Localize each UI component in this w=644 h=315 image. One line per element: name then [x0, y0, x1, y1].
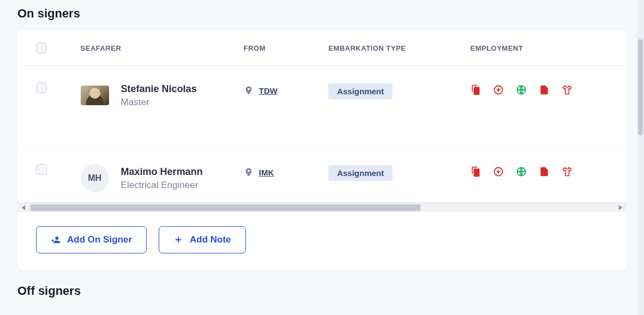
on-signers-card: SEAFARER FROM EMBARKATION TYPE EMPLOYMEN… — [17, 31, 627, 270]
globe-icon[interactable] — [516, 84, 527, 95]
embarkation-badge: Assignment — [328, 165, 393, 181]
documents-icon[interactable] — [470, 84, 481, 95]
seafarer-rank: Master — [121, 96, 197, 109]
seafarer-name: Maximo Hermann — [121, 165, 203, 179]
medical-icon[interactable] — [493, 166, 504, 177]
vertical-scroll-thumb[interactable] — [638, 39, 643, 135]
location-pin-icon — [244, 84, 254, 96]
shirt-icon[interactable] — [562, 84, 573, 95]
add-on-signer-label: Add On Signer — [67, 234, 132, 245]
table-row: MH Maximo Hermann Electrical Engineer IM… — [17, 148, 627, 203]
col-header-from: FROM — [244, 44, 328, 52]
avatar: MH — [81, 164, 109, 192]
seafarer-name: Stefanie Nicolas — [121, 82, 197, 96]
documents-icon[interactable] — [470, 166, 481, 177]
col-header-embark: EMBARKATION TYPE — [328, 44, 470, 52]
select-all-checkbox[interactable] — [36, 43, 47, 53]
col-header-employment: EMPLOYMENT — [470, 44, 608, 52]
table-row: Stefanie Nicolas Master TDW Assignment — [17, 66, 627, 148]
person-add-icon — [51, 235, 61, 245]
from-link[interactable]: TDW — [259, 86, 278, 95]
scroll-thumb[interactable] — [31, 204, 420, 211]
file-icon[interactable] — [539, 84, 550, 95]
avatar — [81, 86, 109, 105]
medical-icon[interactable] — [493, 84, 504, 95]
horizontal-scrollbar[interactable] — [17, 203, 627, 212]
button-bar: Add On Signer Add Note — [17, 212, 627, 270]
add-note-label: Add Note — [190, 234, 231, 245]
file-icon[interactable] — [539, 166, 550, 177]
off-signers-heading: Off signers — [17, 270, 627, 308]
employment-icons — [470, 82, 608, 95]
from-link[interactable]: IMK — [259, 168, 274, 177]
row-checkbox[interactable] — [36, 82, 47, 93]
on-signers-heading: On signers — [17, 0, 627, 31]
embarkation-badge: Assignment — [328, 83, 393, 99]
table-header: SEAFARER FROM EMBARKATION TYPE EMPLOYMEN… — [17, 31, 627, 66]
col-header-seafarer: SEAFARER — [81, 44, 244, 52]
employment-icons — [470, 164, 608, 177]
scroll-left-icon[interactable] — [22, 205, 25, 210]
location-pin-icon — [244, 166, 254, 178]
add-on-signer-button[interactable]: Add On Signer — [36, 226, 147, 253]
shirt-icon[interactable] — [562, 166, 573, 177]
vertical-scrollbar[interactable] — [637, 0, 644, 315]
plus-icon — [173, 235, 183, 245]
seafarer-rank: Electrical Engineer — [121, 179, 203, 192]
globe-icon[interactable] — [516, 166, 527, 177]
row-checkbox[interactable] — [36, 164, 47, 175]
add-note-button[interactable]: Add Note — [159, 226, 246, 253]
scroll-right-icon[interactable] — [619, 205, 622, 210]
